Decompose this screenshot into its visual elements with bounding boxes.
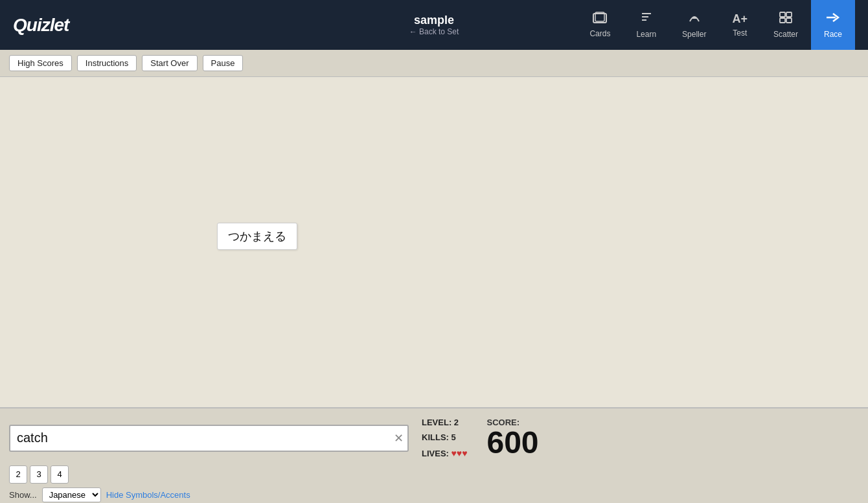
svg-rect-6 (780, 12, 785, 17)
toolbar: High Scores Instructions Start Over Paus… (0, 50, 868, 77)
num-btn-4[interactable]: 4 (51, 465, 69, 484)
cards-icon (593, 12, 607, 27)
learn-label: Learn (636, 30, 656, 39)
nav-item-cards[interactable]: Cards (577, 0, 623, 50)
svg-rect-9 (786, 18, 792, 23)
num-btn-2[interactable]: 2 (9, 465, 27, 484)
scatter-label: Scatter (773, 30, 798, 39)
nav-item-speller[interactable]: Speller (669, 0, 719, 50)
test-icon: A+ (732, 12, 748, 26)
high-scores-button[interactable]: High Scores (9, 55, 72, 71)
pause-button[interactable]: Pause (203, 55, 244, 71)
answer-input[interactable] (9, 425, 409, 452)
hide-symbols-link[interactable]: Hide Symbols/Accents (106, 490, 190, 500)
answer-input-wrapper: ✕ (9, 425, 409, 452)
nav-item-race[interactable]: Race (811, 0, 855, 50)
kills-label: KILLS: (422, 432, 449, 442)
lives-hearts: ♥♥♥ (451, 448, 468, 458)
logo[interactable]: Quizlet (13, 15, 69, 36)
set-title-block: sample ← Back to Set (409, 14, 459, 36)
speller-icon (687, 11, 702, 27)
nav-item-learn[interactable]: Learn (623, 0, 669, 50)
kills-value: 5 (451, 432, 456, 442)
level-label: LEVEL: (422, 418, 451, 427)
learn-icon (639, 11, 654, 27)
svg-rect-7 (786, 12, 792, 17)
header: Quizlet sample ← Back to Set Cards (0, 0, 868, 50)
floating-word: つかまえる (217, 223, 297, 250)
show-row: Show... Japanese Hide Symbols/Accents (9, 487, 859, 502)
show-select[interactable]: Japanese (42, 487, 101, 502)
stats-panel: LEVEL: 2 KILLS: 5 LIVES: ♥♥♥ (409, 415, 467, 462)
race-icon (825, 11, 841, 27)
test-label: Test (733, 28, 747, 38)
race-label: Race (824, 30, 842, 39)
speller-label: Speller (682, 30, 706, 39)
level-value: 2 (454, 418, 459, 427)
lives-label: LIVES: (422, 449, 449, 458)
start-over-button[interactable]: Start Over (142, 55, 197, 71)
scatter-icon (779, 11, 793, 27)
num-pad-row: 2 3 4 (9, 465, 859, 484)
show-label: Show... (9, 490, 37, 500)
set-title: sample (409, 14, 459, 27)
kills-stat: KILLS: 5 (422, 430, 467, 445)
svg-rect-8 (780, 18, 785, 23)
back-to-set-link[interactable]: ← Back to Set (409, 27, 459, 36)
game-area: つかまえる (0, 77, 868, 407)
clear-input-button[interactable]: ✕ (394, 432, 404, 444)
stats-score-row: ✕ LEVEL: 2 KILLS: 5 LIVES: ♥♥♥ SCORE: 60… (9, 415, 859, 462)
nav-item-test[interactable]: A+ Test (719, 0, 760, 50)
nav-items: Cards Learn Speller A+ T (577, 0, 855, 50)
bottom-panel: ✕ LEVEL: 2 KILLS: 5 LIVES: ♥♥♥ SCORE: 60… (0, 407, 868, 503)
num-btn-3[interactable]: 3 (30, 465, 48, 484)
level-stat: LEVEL: 2 (422, 415, 467, 430)
cards-label: Cards (589, 29, 610, 38)
score-value: 600 (486, 427, 538, 458)
nav-item-scatter[interactable]: Scatter (760, 0, 811, 50)
instructions-button[interactable]: Instructions (77, 55, 137, 71)
lives-stat: LIVES: ♥♥♥ (422, 445, 467, 462)
score-panel: SCORE: 600 (467, 418, 538, 458)
